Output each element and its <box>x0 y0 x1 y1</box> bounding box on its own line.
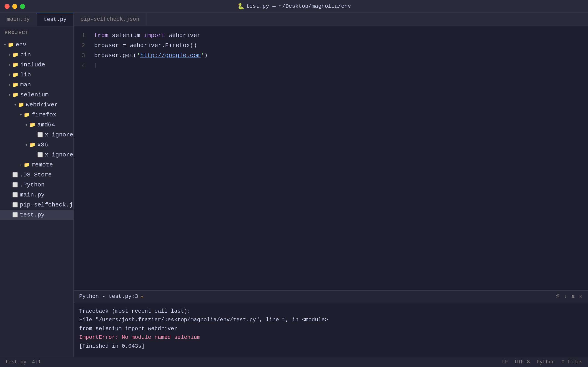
terminal-header: Python - test.py:3 ⚠ ⎘ ↓ ⇅ ✕ <box>74 291 588 302</box>
sidebar-item-ds-store[interactable]: ⬜ .DS_Store <box>0 170 74 180</box>
sidebar: Project ▾ 📁 env › 📁 bin › 📁 include › <box>0 26 74 357</box>
close-button[interactable] <box>5 4 9 9</box>
tab-pip-selfcheck[interactable]: pip-selfcheck.json <box>74 13 146 26</box>
folder-icon: 📁 <box>12 72 18 78</box>
chevron-down-icon: ▾ <box>18 112 24 117</box>
url-link[interactable]: http://google.com <box>140 52 200 59</box>
maximize-button[interactable] <box>20 4 25 9</box>
line-numbers: 1 2 3 4 <box>74 26 90 290</box>
code-area[interactable]: from selenium import webdriver browser =… <box>90 26 588 290</box>
terminal-error-line: ImportError: No module named selenium <box>79 333 583 342</box>
minimize-button[interactable] <box>12 4 17 9</box>
sidebar-item-remote[interactable]: › 📁 remote <box>0 160 74 170</box>
sidebar-item-x-ignore-1[interactable]: ⬜ x_ignore_nofocus.so <box>0 130 74 140</box>
terminal-header-text: Python - test.py:3 <box>79 293 138 300</box>
file-icon: ⬜ <box>12 202 18 208</box>
terminal-content: Traceback (most recent call last): File … <box>74 302 588 357</box>
settings-icon[interactable]: ⇅ <box>571 293 575 300</box>
folder-icon: 📁 <box>12 52 18 58</box>
sidebar-item-pip-selfcheck[interactable]: ⬜ pip-selfcheck.json <box>0 200 74 210</box>
sidebar-item-include[interactable]: › 📁 include <box>0 60 74 70</box>
chevron-right-icon: › <box>18 163 24 167</box>
copy-icon[interactable]: ⎘ <box>556 293 559 300</box>
download-icon[interactable]: ↓ <box>564 293 567 300</box>
titlebar: 🐍 test.py — ~/Desktop/magnolia/env <box>0 0 588 13</box>
sidebar-item-x-ignore-2[interactable]: ⬜ x_ignore_nofocus.so <box>0 150 74 160</box>
statusbar-lf[interactable]: LF <box>502 359 508 365</box>
terminal-import-line: from selenium import webdriver <box>79 325 583 333</box>
folder-icon: 📁 <box>12 62 18 68</box>
terminal-traceback: Traceback (most recent call last): <box>79 307 583 316</box>
folder-open-icon: 📁 <box>24 112 30 118</box>
chevron-right-icon: › <box>7 52 12 57</box>
main-layout: main.py test.py pip-selfcheck.json Proje… <box>0 13 588 367</box>
window-title: test.py — ~/Desktop/magnolia/env <box>246 3 351 9</box>
keyword-import: import <box>144 32 165 39</box>
sidebar-item-bin[interactable]: › 📁 bin <box>0 50 74 60</box>
editor-area[interactable]: 1 2 3 4 from selenium import webdriver <box>74 26 588 357</box>
sidebar-item-amd64[interactable]: ▾ 📁 amd64 <box>0 120 74 130</box>
chevron-down-icon: ▾ <box>24 142 29 147</box>
chevron-right-icon: › <box>7 73 12 77</box>
statusbar: test.py 4:1 LF UTF-8 Python 0 files <box>0 357 588 367</box>
code-line-3: browser.get('http://google.com') <box>94 50 583 60</box>
sidebar-item-python[interactable]: ⬜ .Python <box>0 180 74 190</box>
sidebar-item-main-py[interactable]: ⬜ main.py <box>0 190 74 200</box>
statusbar-encoding[interactable]: UTF-8 <box>515 359 530 365</box>
code-line-2: browser = webdriver.Firefox() <box>94 41 583 50</box>
terminal-finished-line: [Finished in 0.043s] <box>79 342 583 351</box>
chevron-down-icon: ▾ <box>2 42 8 47</box>
code-line-4 <box>94 61 583 71</box>
sidebar-item-firefox[interactable]: ▾ 📁 firefox <box>0 110 74 120</box>
keyword-from: from <box>94 32 108 39</box>
code-line-1: from selenium import webdriver <box>94 31 583 41</box>
statusbar-filename: test.py <box>5 359 26 365</box>
chevron-down-icon: ▾ <box>13 102 18 107</box>
tabbar: main.py test.py pip-selfcheck.json <box>0 13 588 26</box>
file-icon: ⬜ <box>37 152 43 158</box>
statusbar-language[interactable]: Python <box>537 359 555 365</box>
statusbar-left: test.py 4:1 <box>5 359 502 365</box>
statusbar-files: 0 files <box>562 359 583 365</box>
statusbar-position: 4:1 <box>32 359 41 365</box>
file-icon: ⬜ <box>12 172 18 178</box>
string-quote-close: ' <box>200 52 204 59</box>
sidebar-item-x86[interactable]: ▾ 📁 x86 <box>0 140 74 150</box>
file-icon: ⬜ <box>12 182 18 188</box>
terminal-title: Python - test.py:3 ⚠ <box>79 293 556 300</box>
tab-main-py[interactable]: main.py <box>0 13 37 26</box>
folder-icon: 📁 <box>12 82 18 88</box>
terminal-panel: Python - test.py:3 ⚠ ⎘ ↓ ⇅ ✕ Traceback (… <box>74 290 588 357</box>
sidebar-item-man[interactable]: › 📁 man <box>0 80 74 90</box>
sidebar-item-test-py[interactable]: ⬜ test.py <box>0 210 74 220</box>
string-quote-open: ' <box>137 52 140 59</box>
window-controls <box>5 4 25 9</box>
close-terminal-icon[interactable]: ✕ <box>579 293 583 300</box>
sidebar-item-webdriver[interactable]: ▾ 📁 webdriver <box>0 100 74 110</box>
folder-open-icon: 📁 <box>18 102 24 108</box>
chevron-down-icon: ▾ <box>24 122 29 127</box>
warning-icon: ⚠ <box>140 293 143 300</box>
file-type-icon: 🐍 <box>237 3 244 10</box>
chevron-right-icon: › <box>7 83 12 87</box>
chevron-right-icon: › <box>7 63 12 67</box>
folder-open-icon: 📁 <box>29 142 35 148</box>
statusbar-right: LF UTF-8 Python 0 files <box>502 359 583 365</box>
tab-test-py[interactable]: test.py <box>37 13 74 26</box>
sidebar-item-selenium[interactable]: ▾ 📁 selenium <box>0 90 74 100</box>
file-icon: ⬜ <box>12 212 18 218</box>
sidebar-header: Project <box>0 26 74 40</box>
terminal-file-line: File "/Users/josh.frazier/Desktop/magnol… <box>79 316 583 324</box>
editor-content: 1 2 3 4 from selenium import webdriver <box>74 26 588 290</box>
sidebar-item-lib[interactable]: › 📁 lib <box>0 70 74 80</box>
file-icon: ⬜ <box>12 192 18 198</box>
file-icon: ⬜ <box>37 132 43 138</box>
folder-open-icon: 📁 <box>12 92 18 98</box>
content-area: Project ▾ 📁 env › 📁 bin › 📁 include › <box>0 26 588 357</box>
folder-open-icon: 📁 <box>29 122 35 128</box>
folder-open-icon: 📁 <box>8 42 14 48</box>
terminal-actions: ⎘ ↓ ⇅ ✕ <box>556 293 583 300</box>
chevron-down-icon: ▾ <box>7 92 12 97</box>
folder-icon: 📁 <box>24 162 30 168</box>
sidebar-item-env[interactable]: ▾ 📁 env <box>0 40 74 50</box>
